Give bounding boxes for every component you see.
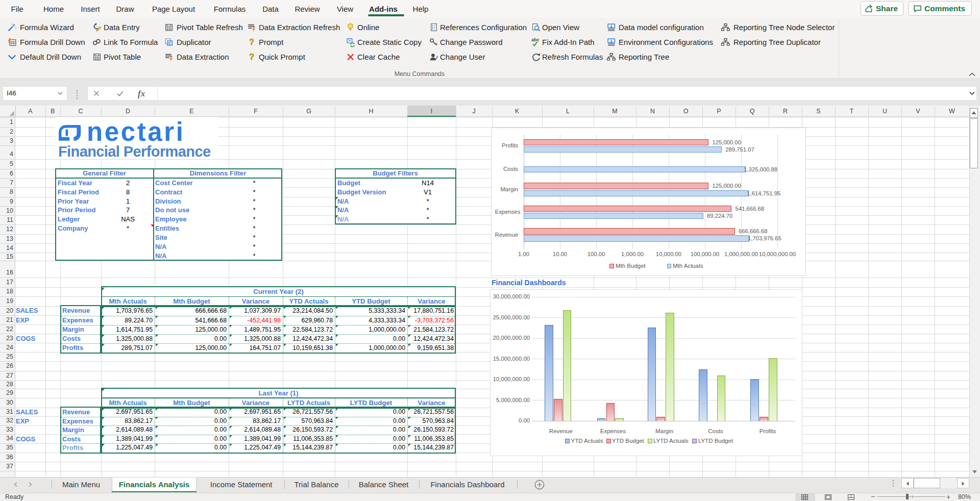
svg-text:?: ?: [249, 38, 254, 46]
svg-text:abc: abc: [531, 37, 539, 42]
svg-text:?: ?: [249, 53, 254, 61]
